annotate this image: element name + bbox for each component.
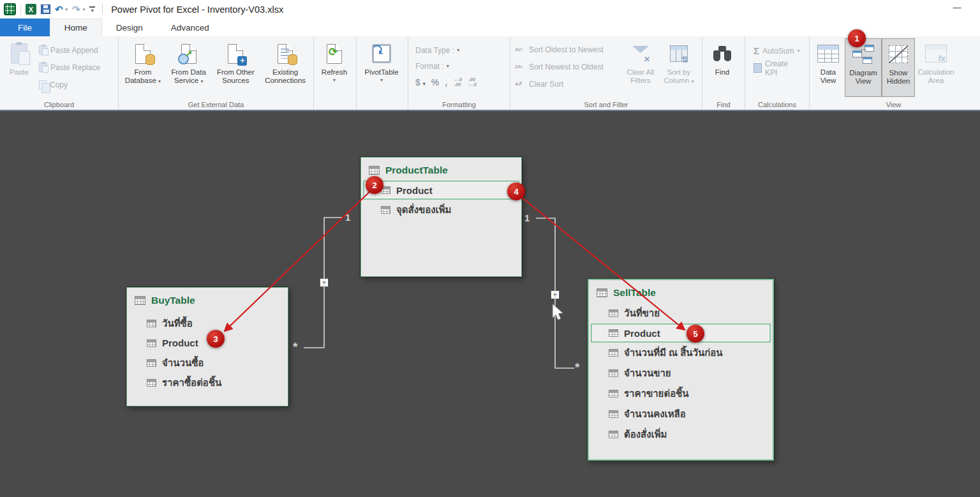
show-hidden-button[interactable]: Show Hidden [882, 38, 915, 97]
group-label-external: Get External Data [119, 101, 313, 108]
pivottable-button[interactable]: PivotTable ▾ [359, 38, 405, 97]
refresh-icon: ⟳ [327, 44, 342, 64]
group-label-view: View [810, 101, 977, 108]
field-icon [609, 431, 618, 438]
field-row[interactable]: จำนวนซื้อ [127, 353, 288, 373]
sort-by-column-button[interactable]: Sort by Column ▾ [659, 38, 699, 97]
group-pivottable: PivotTable ▾ [357, 36, 408, 110]
existing-connections-button[interactable]: Existing Connections [259, 38, 311, 97]
dropdown-icon: ▾ [457, 47, 459, 53]
field-icon [147, 359, 156, 367]
field-row[interactable]: จุดสั่งของเพิ่ม [361, 200, 521, 219]
group-label-calculations: Calculations [745, 101, 809, 108]
minimize-button[interactable]: — [952, 5, 962, 11]
field-row-product[interactable]: Product [363, 181, 519, 200]
show-hidden-icon [889, 45, 908, 63]
currency-button[interactable]: $ ▾ [415, 77, 426, 87]
redo-icon[interactable]: ↷ [72, 4, 80, 14]
existing-connections-icon [278, 44, 293, 64]
group-view: Data View Diagram View Show Hidden Calcu… [810, 36, 977, 110]
from-data-service-button[interactable]: From Data Service ▾ [165, 38, 212, 97]
tab-design[interactable]: Design [102, 19, 157, 36]
field-icon [381, 206, 390, 214]
sort-oldest-button[interactable]: AZ↓ Sort Oldest to Newest [512, 41, 622, 58]
sort-by-column-icon [670, 45, 688, 62]
data-view-button[interactable]: Data View [812, 38, 845, 97]
field-row[interactable]: จำนวนคงเหลือ [589, 404, 773, 424]
annotation-circle-5: 5 [687, 325, 704, 343]
field-row-product[interactable]: Product [591, 323, 771, 343]
group-label-sort-filter: Sort and Filter [510, 101, 702, 108]
table-header-selltable[interactable]: SellTable [589, 280, 773, 303]
group-label-formatting: Formatting [408, 101, 510, 108]
sort-newest-button[interactable]: ZA↓ Sort Newest to Oldest [512, 58, 622, 75]
diagram-view-button[interactable]: Diagram View [845, 38, 882, 97]
field-icon [609, 410, 618, 418]
field-row[interactable]: จำนวนขาย [589, 363, 773, 383]
relationship-direction-marker[interactable]: ▼ [551, 290, 560, 299]
excel-icon[interactable]: X [26, 4, 36, 15]
format-dropdown[interactable]: Format : ▾ [415, 58, 503, 74]
pivottable-icon [372, 44, 391, 63]
undo-icon[interactable]: ↶ [55, 4, 63, 14]
field-icon [147, 379, 156, 387]
field-icon [609, 329, 618, 337]
field-row[interactable]: วันที่ซื้อ [127, 313, 288, 333]
undo-dropdown-icon[interactable]: ▾ [66, 7, 68, 12]
save-icon[interactable] [41, 4, 50, 14]
field-row[interactable]: จำนวนที่มี ณ สิ้นวันก่อน [589, 343, 773, 363]
increase-decimal-icon[interactable]: →.0.00 [453, 77, 462, 87]
refresh-button[interactable]: ⟳ Refresh ▾ [316, 38, 353, 97]
percent-button[interactable]: % [431, 77, 439, 87]
paste-button[interactable]: Paste [2, 38, 36, 97]
separator [102, 4, 103, 15]
table-header-buytable[interactable]: BuyTable [127, 288, 288, 313]
table-icon [369, 166, 380, 175]
copy-button[interactable]: Copy [36, 76, 103, 93]
group-label-find: Find [702, 101, 745, 108]
paste-append-button[interactable]: Paste Append [36, 41, 103, 59]
create-kpi-button[interactable]: Create KPI [751, 59, 805, 77]
quick-access-customize-icon[interactable]: ▾ [89, 6, 95, 12]
sort-az-icon: AZ↓ [515, 47, 526, 52]
tab-advanced[interactable]: Advanced [157, 19, 223, 36]
table-producttable[interactable]: ProductTable Product จุดสั่งของเพิ่ม [360, 157, 522, 277]
clear-all-filters-button[interactable]: Clear All Filters [622, 38, 659, 97]
field-icon [147, 320, 156, 327]
tab-file[interactable]: File [0, 19, 50, 36]
paste-icon [11, 43, 27, 64]
paste-replace-button[interactable]: Paste Replace [36, 59, 103, 76]
annotation-circle-4: 4 [507, 182, 525, 200]
group-clipboard: Paste Paste Append Paste Replace Copy Cl… [0, 36, 119, 110]
separator [20, 4, 21, 15]
autosum-button[interactable]: Σ AutoSum ▾ [751, 42, 805, 59]
redo-dropdown-icon[interactable]: ▾ [83, 7, 85, 12]
field-icon [609, 390, 618, 397]
thousands-separator-button[interactable]: , [445, 77, 447, 87]
create-kpi-icon [754, 63, 762, 73]
sort-za-icon: ZA↓ [515, 64, 526, 70]
group-refresh: ⟳ Refresh ▾ [314, 36, 357, 110]
clear-sort-button[interactable]: A✗ Clear Sort [512, 75, 622, 93]
table-selltable[interactable]: SellTable วันที่ขาย Product จำนวนที่มี ณ… [588, 279, 774, 461]
decrease-decimal-icon[interactable]: .00→.0 [468, 77, 477, 87]
from-database-button[interactable]: From Database ▾ [121, 38, 165, 97]
field-row[interactable]: ราคาซื้อต่อชิ้น [127, 373, 288, 392]
title-bar: X ↶ ▾ ↷ ▾ ▾ Power Pivot for Excel - Inve… [0, 0, 980, 19]
field-row[interactable]: ราคาขายต่อชิ้น [589, 383, 773, 404]
find-button[interactable]: Find [704, 38, 740, 97]
from-other-sources-button[interactable]: + From Other Sources [212, 38, 260, 97]
from-data-service-icon [181, 44, 197, 64]
dropdown-icon: ▾ [158, 78, 161, 84]
data-view-icon [817, 45, 839, 63]
relationship-direction-marker[interactable]: ▼ [320, 278, 329, 287]
calculation-area-button[interactable]: Calculation Area [915, 38, 957, 97]
field-row[interactable]: วันที่ขาย [589, 303, 773, 323]
ribbon-tabs: File Home Design Advanced [0, 19, 980, 36]
tab-home[interactable]: Home [50, 19, 102, 36]
field-row[interactable]: ต้องสั่งเพิ่ม [589, 424, 773, 445]
cardinality-one-label: 1 [524, 212, 530, 223]
table-buytable[interactable]: BuyTable วันที่ซื้อ Product จำนวนซื้อ รา… [126, 287, 288, 406]
table-header-producttable[interactable]: ProductTable [361, 158, 521, 181]
data-type-dropdown[interactable]: Data Type : ▾ [415, 42, 503, 58]
